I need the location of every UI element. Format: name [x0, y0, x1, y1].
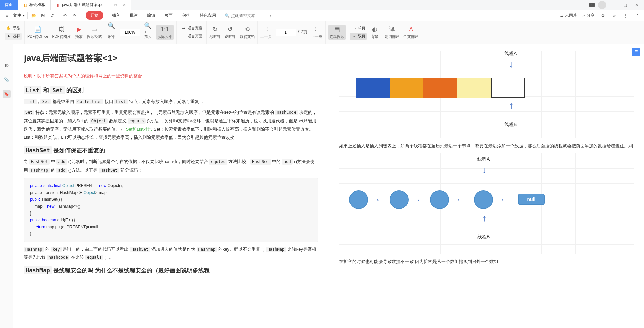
arrow-up-icon: ↓ — [482, 214, 487, 225]
zoomout-icon: 🔍⁻ — [108, 25, 116, 33]
hand-tool[interactable]: ✋手型 — [5, 25, 22, 32]
label-thread-a: 线程A — [504, 51, 517, 57]
right-desc: 如果上述插入是插入到链表上，如两个线程都在遍历到最后一个节点，都要在最后添加一个… — [339, 142, 634, 150]
page-right: ☰ 线程A ↓ ↓ 线程B 如果上述插入是插入到链表上，如两个线程都在遍历到最后… — [329, 44, 644, 328]
paragraph: 向 HashSet 中 add ()元素时，判断元素是否存在的依据，不仅要比较h… — [24, 158, 318, 174]
next-page[interactable]: 〉下一页 — [311, 25, 323, 39]
cw-icon: ↻ — [211, 25, 219, 33]
next-icon: 〉 — [313, 25, 321, 33]
search-input[interactable] — [231, 13, 268, 18]
read-mode[interactable]: ▭阅读模式 — [87, 25, 102, 39]
search-icon: 🔍 — [225, 13, 230, 18]
arrow-up-icon: ↓ — [509, 101, 514, 112]
node-circle — [474, 190, 493, 209]
tab-document[interactable]: ▮ java后端面试题答案.pdf ⧉ ✕ — [51, 0, 131, 10]
background[interactable]: ◐背景 — [371, 25, 379, 39]
arrow-right-icon: → — [373, 196, 380, 204]
thumbnail-icon[interactable]: 🖼 — [3, 61, 11, 70]
right-footer: 在扩容的时候也可能会导致数据不一致 因为扩容是从一个数组拷贝到另外一个数组 — [339, 258, 634, 266]
select-tool[interactable]: ➤选择 — [5, 33, 22, 40]
minimize-icon[interactable]: ─ — [610, 1, 618, 9]
undo-icon[interactable]: ↶ — [62, 12, 68, 19]
menu-protect[interactable]: 保护 — [181, 11, 191, 20]
tab-home[interactable]: 首页 — [0, 0, 18, 10]
menu-edit[interactable]: 编辑 — [146, 11, 156, 20]
full-translate[interactable]: A全文翻译 — [403, 25, 418, 39]
doublepage-icon: ▭▭ — [351, 34, 357, 39]
fit-page[interactable]: ⛶适合页面 — [179, 33, 204, 40]
actualsize-icon: 1:1 — [161, 25, 169, 33]
float-tool-icon[interactable]: ☰ — [632, 48, 640, 56]
label-thread-b2: 线程B — [477, 234, 490, 240]
window-close-icon[interactable]: ✕ — [633, 1, 641, 9]
file-menu[interactable]: 文件▾ — [13, 12, 25, 18]
collapse-icon[interactable]: ⌃ — [634, 12, 641, 19]
share-button[interactable]: ↗分享 — [582, 12, 595, 18]
prev-page[interactable]: 〈上一页 — [260, 25, 272, 39]
maximize-icon[interactable]: ▢ — [621, 1, 629, 9]
detach-icon[interactable]: ⧉ — [113, 3, 118, 7]
play-button[interactable]: ▶播放 — [75, 25, 83, 39]
fulltrans-icon: A — [407, 25, 415, 33]
pdf-icon: ▮ — [55, 3, 60, 7]
menu-bar: ≡ 文件▾ 📂 🖫 🖨 ↶ ↷ 开始 插入 批注 编辑 页面 保护 特色应用 🔍… — [0, 10, 644, 21]
box-orange — [390, 78, 423, 98]
doc-title: java后端面试题答案<1> — [24, 51, 318, 66]
box-empty — [491, 78, 525, 98]
attachment-icon[interactable]: 📎 — [3, 76, 11, 84]
avatar-icon[interactable] — [598, 1, 606, 9]
rotate-doc[interactable]: ⟲旋转文档 — [240, 25, 255, 39]
emoji-icon[interactable]: ☺ — [611, 12, 618, 19]
play-icon: ▶ — [75, 25, 83, 33]
rotate-icon: ⟲ — [243, 25, 251, 33]
word-translate[interactable]: 译划词翻译 — [385, 25, 399, 39]
settings-icon[interactable]: ⚙ — [599, 12, 606, 19]
add-tab-button[interactable]: + — [131, 2, 142, 8]
open-icon[interactable]: 📂 — [30, 12, 37, 19]
menu-start[interactable]: 开始 — [86, 11, 103, 20]
zoom-input[interactable] — [120, 29, 140, 36]
paragraph: Set 特点：元素无放入顺序，元素不可重复，重复元素会覆盖掉，（元素虽然无放入顺… — [24, 108, 318, 142]
paragraph: List , Set 都是继承自 Collection 接口 List 特点：元… — [24, 98, 318, 106]
tab-template[interactable]: ◧ 稻壳模板 — [18, 0, 51, 10]
outline-icon[interactable]: ▭ — [3, 47, 11, 55]
menu-page[interactable]: 页面 — [164, 11, 173, 20]
sync-status[interactable]: ☁未同步 — [560, 12, 577, 18]
zoom-in[interactable]: 🔍⁺放大 — [144, 25, 152, 39]
redo-icon[interactable]: ↷ — [71, 12, 78, 19]
actual-size[interactable]: 1:1实际大小 — [156, 25, 174, 40]
menu-special[interactable]: 特色应用 — [199, 11, 217, 20]
heading-hashmap: HashMap 是线程安全的吗 为什么不是线程安全的（最好画图说明多线程 — [24, 267, 318, 274]
cursor-icon: ➤ — [6, 34, 11, 39]
pdf-to-image[interactable]: 🖼PDF转图片 — [52, 25, 71, 39]
more-icon[interactable]: ⋮ — [622, 12, 629, 19]
menu-icon[interactable]: ≡ — [3, 12, 10, 19]
paragraph: HashMap 的 key 是唯一的，由上面的代码可以看出 HashSet 添加… — [24, 245, 318, 262]
notification-badge[interactable]: 1 — [589, 3, 595, 7]
pdf-to-office[interactable]: 📄PDF转Office — [27, 25, 48, 39]
close-icon[interactable]: ✕ — [123, 3, 126, 7]
menu-insert[interactable]: 插入 — [111, 11, 121, 20]
ccw-icon: ↺ — [226, 25, 234, 33]
zoom-out[interactable]: 🔍⁻缩小 — [108, 25, 116, 39]
page-total: /13页 — [298, 29, 308, 35]
page-input[interactable] — [276, 29, 296, 36]
bg-icon: ◐ — [371, 25, 379, 33]
double-page[interactable]: ▭▭双页 — [350, 33, 367, 40]
single-page[interactable]: ▭单页 — [350, 25, 367, 32]
continuous-icon: ▤ — [333, 25, 341, 33]
rotate-ccw[interactable]: ↺逆时针 — [225, 25, 236, 39]
print-icon[interactable]: 🖨 — [49, 12, 56, 19]
rotate-cw[interactable]: ↻顺时针 — [209, 25, 221, 39]
menu-annotate[interactable]: 批注 — [129, 11, 138, 20]
image-icon: 🖼 — [57, 25, 65, 33]
continuous-read[interactable]: ▤连续阅读 — [328, 25, 346, 40]
fit-width[interactable]: ⇔适合宽度 — [179, 25, 204, 32]
fitwidth-icon: ⇔ — [181, 26, 186, 31]
null-node: null — [518, 194, 545, 205]
prev-icon: 〈 — [262, 25, 270, 33]
search-box[interactable]: 🔍 ▾ — [225, 13, 271, 18]
bookmark-icon[interactable]: 🔖 — [3, 90, 11, 98]
save-icon[interactable]: 🖫 — [40, 12, 47, 19]
zoomin-icon: 🔍⁺ — [144, 25, 152, 33]
